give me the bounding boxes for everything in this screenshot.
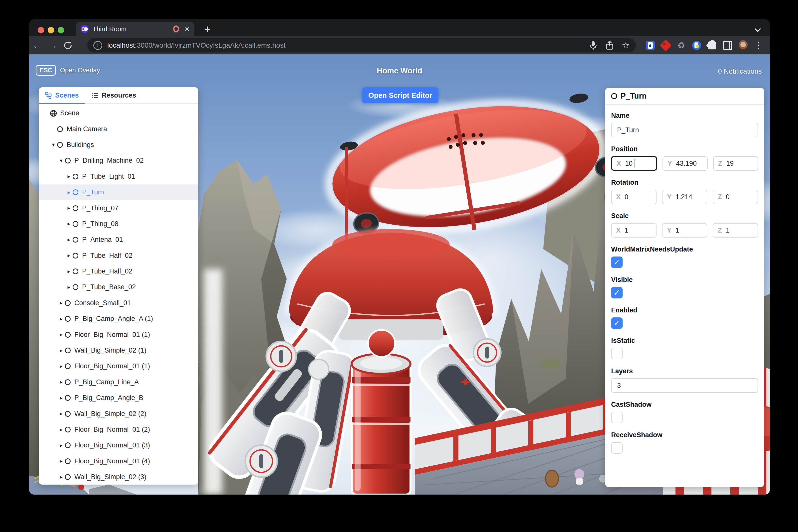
menu-dots-icon[interactable] — [758, 42, 759, 49]
recycle-extension-icon[interactable]: ♻ — [678, 41, 685, 50]
expander-icon[interactable]: ▸ — [57, 442, 65, 449]
tree-item[interactable]: Main Camera — [39, 121, 198, 137]
tree-item[interactable]: ▸Wall_Big_Simple_02 (2) — [39, 406, 198, 421]
tree-item[interactable]: ▸P_Thing_07 — [39, 200, 198, 216]
worldmatrix-checkbox[interactable]: ✓ — [611, 256, 623, 268]
expander-icon[interactable]: ▸ — [57, 316, 65, 322]
url-text[interactable]: localhost:3000/world/!vjrzmTVOcyIsLgaAkA… — [107, 41, 584, 50]
rotation-x-input[interactable]: X 0 — [611, 190, 657, 204]
expander-icon[interactable]: ▾ — [57, 157, 65, 164]
tree-item[interactable]: ▸P_Tube_Base_02 — [39, 279, 198, 295]
visible-checkbox[interactable]: ✓ — [611, 287, 623, 299]
expander-icon[interactable]: ▸ — [65, 173, 73, 180]
position-z-input[interactable]: Z 19 — [713, 156, 758, 171]
position-x-input[interactable]: X 10 — [611, 156, 657, 171]
tree-item[interactable]: ▸Floor_Big_Normal_01 (4) — [39, 453, 198, 469]
tab-close-icon[interactable]: × — [185, 25, 189, 33]
tree-item[interactable]: ▸Floor_Big_Normal_01 (2) — [39, 422, 198, 437]
scale-x-input[interactable]: X 1 — [611, 223, 657, 238]
tree-item-label: P_Drilling_Machine_02 — [74, 157, 144, 165]
position-y-input[interactable]: Y 43.190 — [663, 156, 707, 171]
expander-icon[interactable]: ▸ — [57, 411, 65, 417]
tree-item-label: P_Tube_Half_02 — [82, 267, 133, 275]
share-icon[interactable] — [605, 41, 614, 50]
expander-icon[interactable]: ▸ — [65, 268, 73, 275]
expander-icon[interactable]: ▸ — [65, 284, 73, 290]
url-bar[interactable]: i localhost:3000/world/!vjrzmTVOcyIsLgaA… — [87, 38, 636, 52]
tree-item[interactable]: ▸Floor_Big_Normal_01 (1) — [39, 327, 198, 342]
tree-item[interactable]: ▸P_Tube_Light_01 — [39, 169, 198, 185]
castshadow-label: CastShadow — [611, 401, 758, 408]
tree-item-label: P_Tube_Base_02 — [82, 283, 136, 291]
reader-extension-icon[interactable] — [692, 41, 701, 50]
entity-circle-icon — [57, 126, 63, 132]
entity-circle-icon — [65, 442, 71, 448]
tree-item[interactable]: ▾P_Drilling_Machine_02 — [39, 153, 198, 168]
new-tab-button[interactable]: + — [201, 23, 214, 36]
receiveshadow-checkbox[interactable] — [611, 442, 623, 454]
tree-item[interactable]: ▸P_Antena_01 — [39, 232, 198, 248]
info-icon[interactable]: i — [93, 41, 102, 50]
open-script-editor-button[interactable]: Open Script Editor — [362, 87, 438, 103]
tree-item[interactable]: ▸P_Big_Camp_Angle_B — [39, 390, 198, 406]
expander-icon[interactable]: ▸ — [57, 395, 65, 401]
rotation-y-input[interactable]: Y 1.214 — [662, 190, 707, 204]
close-window-button[interactable] — [38, 27, 44, 34]
tree-item[interactable]: ▸Console_Small_01 — [39, 295, 198, 311]
expander-icon[interactable]: ▸ — [57, 347, 65, 354]
tree-item[interactable]: ▸P_Big_Camp_Angle_A (1) — [39, 311, 198, 327]
tab-search-chevron-icon[interactable] — [755, 25, 761, 32]
tree-item-selected[interactable]: ▸P_Turn — [39, 185, 198, 200]
inspector-panel: P_Turn Name P_Turn Position X 10 Y 43.19… — [605, 88, 764, 487]
tree-item[interactable]: ▾Buildings — [39, 137, 198, 153]
back-icon[interactable]: ← — [29, 40, 45, 51]
expander-icon[interactable]: ▸ — [65, 236, 73, 243]
expander-icon[interactable]: ▸ — [57, 331, 65, 338]
castshadow-checkbox[interactable] — [611, 412, 623, 423]
tree-item[interactable]: ▸Wall_Big_Simple_02 (1) — [39, 343, 198, 358]
tree-item[interactable]: ▸P_Tube_Half_02 — [39, 248, 198, 264]
password-manager-extension-icon[interactable] — [646, 41, 655, 50]
tab-resources[interactable]: Resources — [86, 87, 143, 103]
expander-icon[interactable]: ▾ — [50, 141, 57, 148]
tree-item[interactable]: ▸Floor_Big_Normal_01 (3) — [39, 437, 198, 453]
minimize-window-button[interactable] — [48, 27, 54, 34]
rotation-z-input[interactable]: Z 0 — [712, 190, 758, 204]
name-input[interactable]: P_Turn — [611, 123, 758, 137]
browser-tab[interactable]: Third Room × — [76, 22, 194, 36]
isstatic-checkbox[interactable] — [611, 348, 623, 359]
tree-item[interactable]: ▸P_Big_Camp_Line_A — [39, 374, 198, 390]
scale-z-input[interactable]: Z 1 — [712, 223, 758, 238]
tree-item[interactable]: ▸Floor_Big_Normal_01 (1) — [39, 358, 198, 374]
forward-icon[interactable]: → — [45, 40, 60, 51]
tree-item[interactable]: Scene — [39, 105, 198, 121]
expander-icon[interactable]: ▸ — [65, 189, 73, 196]
tree-item[interactable]: ▸Wall_Big_Simple_02 (3) — [39, 469, 198, 484]
tree-item-label: Wall_Big_Simple_02 (3) — [74, 473, 147, 481]
expander-icon[interactable]: ▸ — [65, 205, 73, 211]
microphone-icon[interactable] — [589, 41, 597, 50]
expander-icon[interactable]: ▸ — [57, 363, 65, 369]
extensions-puzzle-icon[interactable] — [708, 41, 716, 50]
tree-item[interactable]: ▸P_Thing_08 — [39, 216, 198, 232]
enabled-checkbox[interactable]: ✓ — [611, 318, 623, 329]
sidebar-toggle-icon[interactable] — [723, 41, 733, 50]
profile-avatar[interactable] — [738, 40, 748, 51]
reload-icon[interactable] — [60, 40, 76, 51]
expander-icon[interactable]: ▸ — [65, 252, 73, 259]
tab-scenes[interactable]: Scenes — [39, 87, 86, 103]
expander-icon[interactable]: ▸ — [57, 458, 65, 464]
expander-icon[interactable]: ▸ — [57, 379, 65, 385]
expander-icon[interactable]: ▸ — [57, 474, 65, 480]
notifications-status[interactable]: 0 Notifications — [718, 68, 762, 75]
zoom-window-button[interactable] — [58, 27, 64, 34]
tree-item[interactable]: ▸P_Tube_Half_02 — [39, 264, 198, 279]
red-extension-icon[interactable] — [660, 39, 672, 51]
expander-icon[interactable]: ▸ — [65, 221, 73, 227]
3d-viewport[interactable]: ESC Open Overlay Home World 0 Notificati… — [29, 54, 770, 495]
bookmark-star-icon[interactable]: ☆ — [622, 41, 630, 50]
layers-input[interactable]: 3 — [611, 378, 758, 393]
expander-icon[interactable]: ▸ — [57, 426, 65, 433]
scale-y-input[interactable]: Y 1 — [662, 223, 707, 238]
expander-icon[interactable]: ▸ — [57, 300, 65, 306]
